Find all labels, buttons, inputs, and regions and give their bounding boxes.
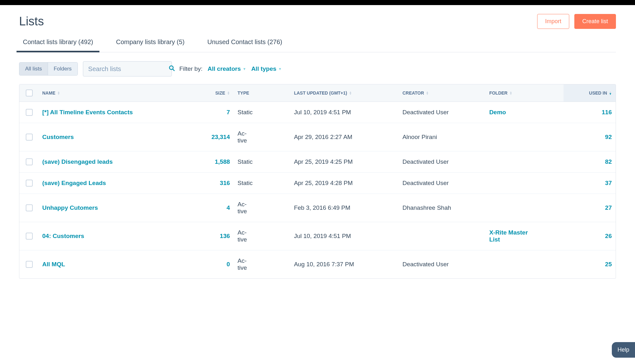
size-value: 4 xyxy=(226,204,230,211)
toggle-folders[interactable]: Folders xyxy=(48,63,78,75)
td-name: (save) Disengaged leads xyxy=(38,151,169,172)
row-checkbox[interactable] xyxy=(26,109,33,116)
list-name-link[interactable]: Unhappy Cutomers xyxy=(42,204,98,211)
size-value: 7 xyxy=(226,109,230,116)
last-updated-value: Apr 29, 2016 2:27 AM xyxy=(294,134,352,141)
tab-contact-lists[interactable]: Contact lists library (492) xyxy=(19,34,97,52)
tab-unused-contact-lists[interactable]: Unused Contact lists (276) xyxy=(204,34,286,52)
filter-by-label: Filter by: xyxy=(179,65,203,72)
td-checkbox xyxy=(19,194,38,222)
table-row: 04: Customers136Ac-tiveJul 10, 2019 4:51… xyxy=(19,222,616,250)
row-checkbox[interactable] xyxy=(26,233,33,240)
row-checkbox[interactable] xyxy=(26,180,33,187)
td-folder xyxy=(485,123,564,151)
tab-company-lists[interactable]: Company lists library (5) xyxy=(112,34,188,52)
type-value: Ac-tive xyxy=(238,201,247,215)
td-used-in: 26 xyxy=(564,222,616,250)
td-folder xyxy=(485,194,564,222)
type-value: Static xyxy=(238,180,253,187)
size-value: 1,588 xyxy=(215,158,230,165)
th-size[interactable]: SIZE ▲▼ xyxy=(169,84,234,102)
last-updated-value: Aug 10, 2016 7:37 PM xyxy=(294,261,354,268)
td-used-in: 37 xyxy=(564,173,616,194)
td-folder xyxy=(485,151,564,172)
list-name-link[interactable]: (save) Disengaged leads xyxy=(42,158,113,165)
td-folder: Demo xyxy=(485,102,564,123)
th-used-in[interactable]: USED IN ▲▼ xyxy=(564,84,616,102)
th-name[interactable]: NAME ▲▼ xyxy=(38,84,169,102)
used-in-value[interactable]: 92 xyxy=(605,134,612,141)
filter-types[interactable]: All types ▼ xyxy=(251,65,282,72)
create-list-button[interactable]: Create list xyxy=(574,14,616,29)
td-checkbox xyxy=(19,173,38,194)
td-last-updated: Apr 29, 2016 2:27 AM xyxy=(290,123,399,151)
th-checkbox xyxy=(19,84,38,102)
td-last-updated: Jul 10, 2019 4:51 PM xyxy=(290,102,399,123)
header-actions: Import Create list xyxy=(537,14,616,29)
td-checkbox xyxy=(19,151,38,172)
td-creator: Deactivated User xyxy=(399,151,485,172)
td-folder xyxy=(485,173,564,194)
list-name-link[interactable]: [*] All Timeline Events Contacts xyxy=(42,109,133,116)
table-row: (save) Disengaged leads1,588StaticApr 25… xyxy=(19,151,616,173)
svg-line-1 xyxy=(172,69,174,71)
td-type: Ac-tive xyxy=(234,194,290,222)
td-size: 7 xyxy=(169,102,234,123)
page-title: Lists xyxy=(19,15,44,28)
th-folder-label: FOLDER xyxy=(489,90,508,96)
used-in-value[interactable]: 116 xyxy=(602,109,612,116)
td-folder xyxy=(485,250,564,278)
td-size: 1,588 xyxy=(169,151,234,172)
select-all-checkbox[interactable] xyxy=(26,89,33,96)
type-value: Ac-tive xyxy=(238,229,247,243)
type-value: Ac-tive xyxy=(238,257,247,271)
th-folder[interactable]: FOLDER ▲▼ xyxy=(485,84,564,102)
toggle-all-lists[interactable]: All lists xyxy=(19,63,48,75)
td-last-updated: Jul 10, 2019 4:51 PM xyxy=(290,222,399,250)
folder-link[interactable]: Demo xyxy=(489,109,506,116)
td-type: Ac-tive xyxy=(234,222,290,250)
list-name-link[interactable]: 04: Customers xyxy=(42,233,84,240)
size-value: 316 xyxy=(220,180,230,187)
creator-value: Dhanashree Shah xyxy=(402,204,451,211)
used-in-value[interactable]: 37 xyxy=(605,180,612,187)
td-type: Static xyxy=(234,102,290,123)
td-type: Ac-tive xyxy=(234,250,290,278)
row-checkbox[interactable] xyxy=(26,134,33,141)
td-size: 136 xyxy=(169,222,234,250)
used-in-value[interactable]: 25 xyxy=(605,261,612,268)
td-creator: Dhanashree Shah xyxy=(399,194,485,222)
list-name-link[interactable]: (save) Engaged Leads xyxy=(42,180,106,187)
used-in-value[interactable]: 26 xyxy=(605,233,612,240)
caret-down-icon: ▼ xyxy=(243,67,246,71)
last-updated-value: Apr 25, 2019 4:25 PM xyxy=(294,158,353,165)
row-checkbox[interactable] xyxy=(26,204,33,211)
row-checkbox[interactable] xyxy=(26,261,33,268)
search-input[interactable] xyxy=(88,65,169,73)
last-updated-value: Feb 3, 2016 6:49 PM xyxy=(294,204,350,211)
creator-value: Alnoor Pirani xyxy=(402,134,437,141)
used-in-value[interactable]: 82 xyxy=(605,158,612,165)
sort-icon: ▲▼ xyxy=(510,91,512,95)
th-creator[interactable]: CREATOR ▲▼ xyxy=(399,84,485,102)
table-row: All MQL0Ac-tiveAug 10, 2016 7:37 PMDeact… xyxy=(19,250,616,278)
sort-icon: ▲▼ xyxy=(609,91,612,95)
folder-link[interactable]: X-Rite Master List xyxy=(489,229,540,243)
td-size: 316 xyxy=(169,173,234,194)
filter-creators[interactable]: All creators ▼ xyxy=(207,65,246,72)
th-creator-label: CREATOR xyxy=(402,90,424,96)
size-value: 0 xyxy=(226,261,230,268)
used-in-value[interactable]: 27 xyxy=(605,204,612,211)
row-checkbox[interactable] xyxy=(26,158,33,165)
th-last-updated-label: LAST UPDATED (GMT+1) xyxy=(294,90,347,96)
search-icon[interactable] xyxy=(169,65,175,73)
controls-bar: All lists Folders Filter by: All creator… xyxy=(19,52,616,84)
list-name-link[interactable]: All MQL xyxy=(42,261,65,268)
td-creator: Deactivated User xyxy=(399,102,485,123)
size-value: 23,314 xyxy=(212,134,230,141)
sort-icon: ▲▼ xyxy=(57,91,60,95)
import-button[interactable]: Import xyxy=(537,14,569,29)
td-name: 04: Customers xyxy=(38,222,169,250)
th-last-updated[interactable]: LAST UPDATED (GMT+1) ▲▼ xyxy=(290,84,399,102)
list-name-link[interactable]: Customers xyxy=(42,134,74,141)
